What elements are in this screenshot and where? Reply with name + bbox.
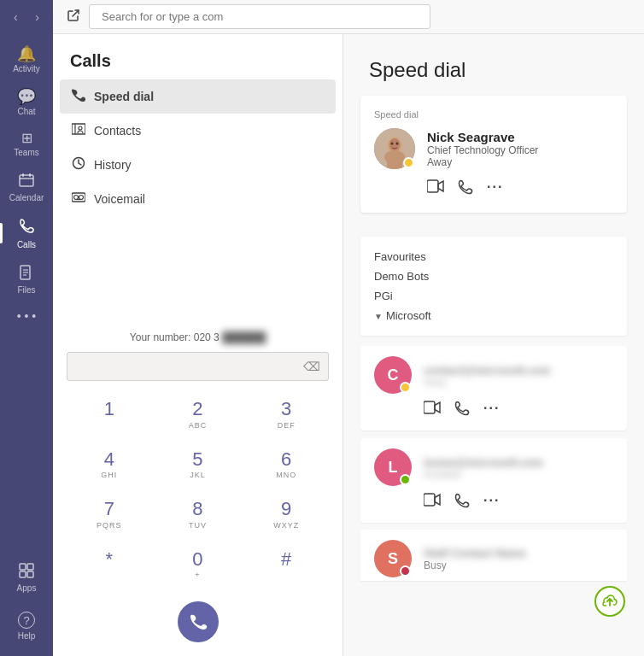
dial-key-3[interactable]: 3DEF [243,391,329,437]
dialpad-grid: 1 2ABC 3DEF 4GHI 5JKL 6MNO 7PQRS 8TUV 9W… [67,391,329,588]
dial-key-hash[interactable]: # [243,542,329,588]
sidebar-item-calls-label: Calls [17,240,36,249]
nick-video-call-button[interactable] [427,179,444,199]
ms-contact-c-status-dot [400,382,411,393]
sidebar-item-teams-label: Teams [14,148,38,157]
sidebar: ‹ › 🔔 Activity 💬 Chat ⊞ Teams Calen [0,0,53,656]
dial-key-8[interactable]: 8TUV [155,491,241,537]
svg-point-14 [79,126,82,130]
groups-list: Favourites Demo Bots PGi ▼Microsoft [360,237,627,336]
group-demo-bots[interactable]: Demo Bots [374,266,613,286]
svg-rect-11 [27,571,33,577]
sidebar-item-chat-label: Chat [17,107,35,116]
dial-key-7[interactable]: 7PQRS [67,491,152,537]
search-input[interactable] [89,4,430,29]
dial-key-0[interactable]: 0+ [155,542,241,588]
dial-key-9[interactable]: 9WXYZ [243,491,329,537]
sidebar-item-activity-label: Activity [13,64,40,73]
sidebar-item-calendar[interactable]: Calendar [0,164,53,209]
ms-contact-l-row: L louise@microsoft.com Available [374,448,613,486]
nick-name: Nick Seagrave [427,130,613,144]
nick-more-options-button[interactable]: ··· [487,179,503,199]
partial-contact-s-card: S Staff Contact Name Busy [360,530,627,581]
partial-contact-s-name: Staff Contact Name [424,547,613,559]
nick-contact-info: Nick Seagrave Chief Technology Officer A… [427,130,613,168]
topbar-external-link-icon[interactable] [67,9,80,26]
svg-rect-28 [424,401,435,413]
ms-contact-c-detail: Away [424,377,613,387]
more-icon: • • • [17,310,36,322]
nav-forward-button[interactable]: › [30,7,44,27]
ms-contact-c-more-button[interactable]: ··· [483,401,500,420]
sidebar-item-teams[interactable]: ⊞ Teams [0,123,53,164]
ms-contact-l-status-dot [400,474,411,485]
calls-menu-speed-dial[interactable]: Speed dial [60,79,336,114]
calls-menu-contacts[interactable]: Contacts [60,114,336,148]
files-icon [19,265,34,283]
dial-clear-button[interactable]: ⌫ [303,360,320,373]
ms-contact-l-more-button[interactable]: ··· [483,493,500,512]
svg-rect-9 [27,564,33,570]
svg-rect-10 [20,571,26,577]
teams-icon: ⊞ [21,132,32,145]
calendar-icon [19,173,34,190]
your-number: Your number: 020 3 ██████ [130,331,266,343]
ms-contact-l-video-button[interactable] [424,493,441,512]
ms-contact-c-info: contact@microsoft.com Away [424,364,613,387]
svg-rect-8 [20,564,26,570]
dial-key-1[interactable]: 1 [67,391,152,437]
ms-contact-c-name: contact@microsoft.com [424,364,613,377]
ms-contact-l-actions: ··· [374,493,613,512]
dial-key-star[interactable]: * [67,542,152,588]
group-microsoft[interactable]: ▼Microsoft [374,306,613,325]
sidebar-item-files-label: Files [17,285,35,295]
microsoft-contacts: C contact@microsoft.com Away [360,346,627,523]
contacts-menu-icon [72,122,85,139]
ms-contact-l-name: louise@microsoft.com [424,456,613,469]
sidebar-item-calendar-label: Calendar [9,193,44,202]
nav-back-button[interactable]: ‹ [9,7,23,27]
partial-contact-s-status-dot [400,565,411,577]
nick-avatar-wrap [374,128,415,169]
sidebar-item-help[interactable]: ? Help [0,603,53,647]
nick-phone-call-button[interactable] [458,179,473,199]
partial-contact-s-avatar-wrap: S [374,540,412,577]
sidebar-top: ‹ › [0,0,53,34]
dial-key-4[interactable]: 4GHI [67,442,152,488]
dial-key-5[interactable]: 5JKL [155,442,241,488]
dial-key-2[interactable]: 2ABC [155,391,241,437]
topbar [53,0,644,34]
dial-call-button[interactable] [178,601,219,642]
sidebar-item-calls[interactable]: Calls [0,209,53,256]
calls-menu-voicemail[interactable]: Voicemail [60,182,336,216]
sidebar-item-help-label: Help [18,631,36,641]
svg-point-17 [74,196,79,200]
group-favourites[interactable]: Favourites [374,247,613,266]
sidebar-item-apps-label: Apps [17,583,37,593]
svg-point-25 [396,143,399,145]
sidebar-item-more[interactable]: • • • [0,302,53,329]
upload-cloud-button[interactable] [594,586,625,617]
history-label: History [94,158,132,172]
sidebar-item-apps[interactable]: Apps [0,554,53,600]
group-pgi[interactable]: PGi [374,286,613,306]
activity-icon: 🔔 [17,46,36,62]
svg-rect-0 [20,175,33,186]
nick-contact-row: Nick Seagrave Chief Technology Officer A… [374,128,613,169]
sidebar-item-chat[interactable]: 💬 Chat [0,80,53,123]
sidebar-item-activity[interactable]: 🔔 Activity [0,38,53,80]
dial-input[interactable] [67,352,329,381]
dial-key-6[interactable]: 6MNO [243,442,329,488]
ms-contact-l-info: louise@microsoft.com Available [424,456,613,479]
ms-contact-c-video-button[interactable] [424,401,441,420]
ms-contact-l-card: L louise@microsoft.com Available [360,438,627,523]
sidebar-item-files[interactable]: Files [0,256,53,302]
partial-contact-s-detail: Busy [424,559,613,571]
speed-dial-label: Speed dial [94,90,154,103]
ms-contact-c-phone-button[interactable] [454,401,470,420]
calls-header: Calls [53,34,342,79]
speed-dial-page-title: Speed dial [343,34,644,96]
partial-contact-s-row: S Staff Contact Name Busy [374,540,613,577]
calls-menu-history[interactable]: History [60,148,336,182]
ms-contact-l-phone-button[interactable] [454,493,470,512]
